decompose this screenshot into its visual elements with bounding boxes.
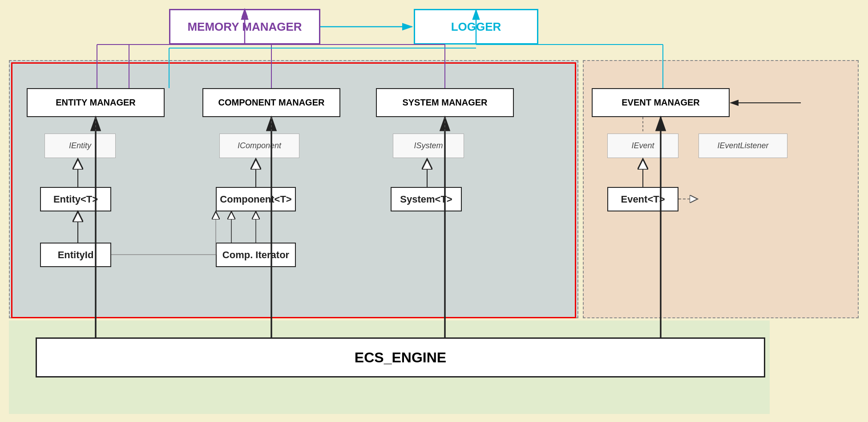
logger-box: LOGGER [414,9,538,45]
entityid-box: EntityId [40,243,111,267]
entityid-label: EntityId [58,249,94,261]
event-manager-label: EVENT MANAGER [622,97,700,108]
system-manager-box: SYSTEM MANAGER [376,88,514,117]
component-t-box: Component<T> [216,187,296,211]
component-manager-label: COMPONENT MANAGER [218,97,325,108]
entity-t-label: Entity<T> [53,194,98,205]
entity-manager-box: ENTITY MANAGER [27,88,165,117]
logger-label: LOGGER [451,20,501,34]
ecs-engine-label: ECS_ENGINE [355,349,446,366]
comp-iterator-label: Comp. Iterator [222,249,289,261]
ieventlistener-box: IEventListener [698,134,787,158]
comp-iterator-box: Comp. Iterator [216,243,296,267]
system-t-label: System<T> [400,194,452,205]
memory-manager-box: MEMORY MANAGER [169,9,320,45]
system-manager-label: SYSTEM MANAGER [402,97,487,108]
icomponent-box: IComponent [219,134,299,158]
ecs-engine-box: ECS_ENGINE [36,337,765,377]
component-t-label: Component<T> [220,194,291,205]
system-t-box: System<T> [391,187,462,211]
memory-manager-label: MEMORY MANAGER [187,20,302,34]
component-manager-box: COMPONENT MANAGER [202,88,340,117]
entity-manager-label: ENTITY MANAGER [56,97,136,108]
entity-t-box: Entity<T> [40,187,111,211]
event-t-label: Event<T> [621,194,665,205]
event-t-box: Event<T> [607,187,678,211]
ievent-label: IEvent [631,141,654,150]
ieventlistener-label: IEventListener [717,141,768,150]
ientity-label: IEntity [69,141,91,150]
icomponent-label: IComponent [238,141,281,150]
ievent-box: IEvent [607,134,678,158]
diagram-container: MEMORY MANAGER LOGGER ENTITY MANAGER COM… [0,0,868,422]
isystem-box: ISystem [393,134,464,158]
event-manager-box: EVENT MANAGER [592,88,730,117]
isystem-label: ISystem [414,141,443,150]
ientity-box: IEntity [44,134,116,158]
